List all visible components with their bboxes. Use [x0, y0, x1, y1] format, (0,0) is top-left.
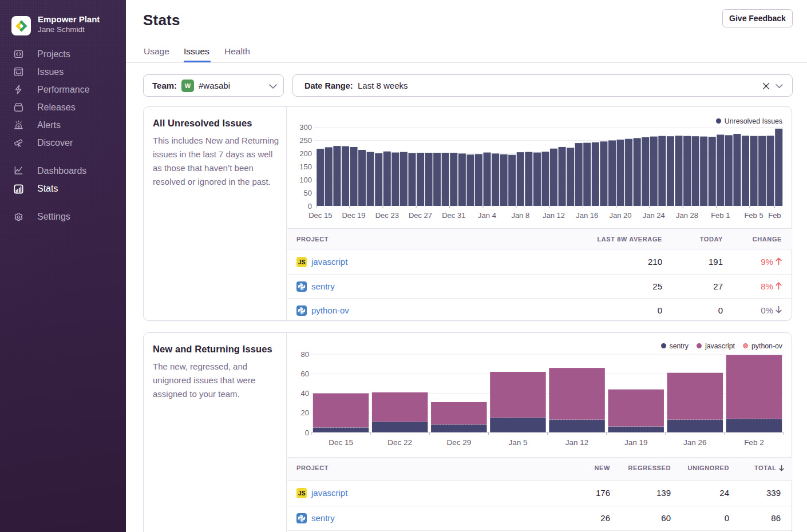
- svg-text:40: 40: [301, 389, 309, 398]
- svg-text:Jan 4: Jan 4: [478, 211, 496, 220]
- svg-text:Dec 27: Dec 27: [409, 211, 432, 220]
- svg-text:20: 20: [301, 408, 309, 417]
- svg-text:Feb 2: Feb 2: [744, 438, 764, 447]
- svg-text:200: 200: [299, 149, 312, 158]
- svg-text:250: 250: [299, 136, 312, 145]
- svg-text:JS: JS: [298, 259, 306, 265]
- svg-text:JS: JS: [298, 490, 306, 497]
- svg-text:50: 50: [304, 189, 312, 197]
- svg-text:100: 100: [299, 176, 312, 184]
- svg-text:Dec 23: Dec 23: [375, 211, 399, 220]
- svg-text:300: 300: [299, 123, 312, 132]
- svg-text:Jan 8: Jan 8: [511, 211, 529, 220]
- svg-text:Dec 22: Dec 22: [387, 438, 412, 447]
- svg-text:Feb 1: Feb 1: [711, 211, 730, 220]
- svg-text:Feb 5: Feb 5: [744, 211, 763, 220]
- svg-text:Dec 15: Dec 15: [329, 438, 353, 447]
- svg-text:Jan 16: Jan 16: [576, 211, 598, 220]
- svg-text:0: 0: [308, 202, 312, 211]
- svg-text:80: 80: [301, 350, 309, 359]
- svg-text:Dec 15: Dec 15: [308, 211, 332, 220]
- svg-text:Dec 29: Dec 29: [446, 438, 471, 447]
- svg-text:Jan 28: Jan 28: [676, 211, 698, 220]
- svg-text:150: 150: [299, 162, 312, 171]
- svg-text:Jan 19: Jan 19: [624, 438, 648, 447]
- svg-text:Dec 31: Dec 31: [442, 211, 465, 220]
- svg-text:Jan 26: Jan 26: [683, 438, 707, 447]
- svg-text:Jan 12: Jan 12: [543, 211, 565, 220]
- svg-text:60: 60: [301, 370, 309, 378]
- svg-text:Dec 19: Dec 19: [342, 211, 365, 220]
- svg-text:Jan 5: Jan 5: [508, 438, 527, 447]
- svg-text:Jan 24: Jan 24: [643, 211, 665, 220]
- svg-text:Jan 20: Jan 20: [609, 211, 631, 220]
- svg-text:0: 0: [305, 428, 309, 437]
- svg-text:Feb: Feb: [768, 211, 781, 220]
- svg-text:Jan 12: Jan 12: [565, 438, 589, 447]
